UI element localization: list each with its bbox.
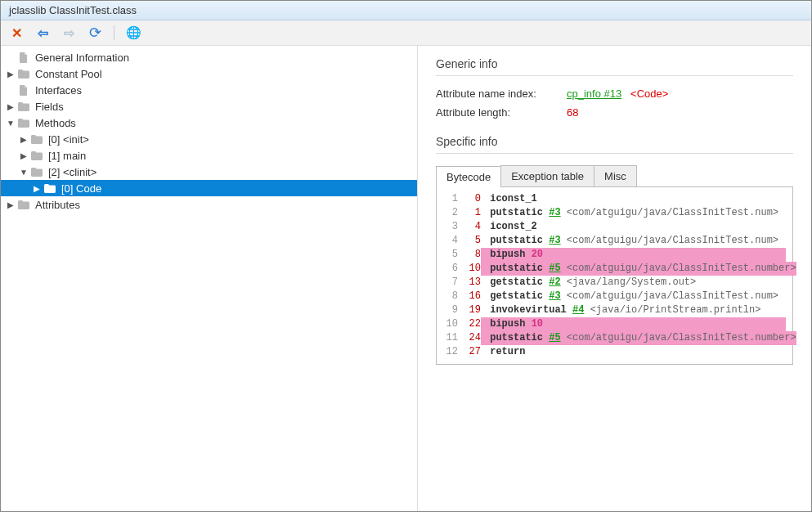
bytecode-offset: 5 [464,234,481,248]
bytecode-offset: 1 [464,206,481,220]
bytecode-offset: 16 [464,290,481,303]
tree-item[interactable]: ▶[1] main [1,147,417,164]
bytecode-row: 1124 putstatic #5 <com/atguigu/java/Clas… [440,331,786,345]
bytecode-offset: 19 [464,303,481,317]
file-icon [17,84,30,96]
bytecode-row: 1022 bipush 10 [440,317,786,331]
attr-length-row: Attribute length: 68 [436,106,793,119]
tree-item[interactable]: ▶Attributes [1,196,417,213]
attr-length-label: Attribute length: [436,106,567,119]
tree-item[interactable]: ▶[0] <init> [1,131,417,147]
divider [436,75,793,76]
tab-exception-table[interactable]: Exception table [500,165,594,186]
tree-item-label: Fields [35,101,64,113]
bytecode-offset: 27 [464,345,481,359]
bytecode-row: 816 getstatic #3 <com/atguigu/java/Class… [440,290,786,303]
attr-name-tag: <Code> [630,88,668,100]
bytecode-row: 21 putstatic #3 <com/atguigu/java/ClassI… [440,206,786,220]
bytecode-row: 58 bipush 20 [440,248,786,262]
tree-item-label: [1] main [48,150,86,162]
refresh-icon[interactable]: ⟳ [87,25,102,40]
specific-header: Specific info [436,135,793,148]
content-area: General Information▶Constant PoolInterfa… [1,46,811,511]
tree-item[interactable]: Interfaces [1,82,417,98]
expand-toggle-icon[interactable]: ▶ [17,135,30,144]
expand-toggle-icon[interactable]: ▶ [4,102,17,111]
tree-item[interactable]: General Information [1,49,417,65]
bytecode-instruction: putstatic #3 <com/atguigu/java/ClassInit… [481,234,786,248]
bytecode-instruction: putstatic #3 <com/atguigu/java/ClassInit… [481,206,786,220]
expand-toggle-icon[interactable]: ▶ [17,151,30,160]
tab-bytecode[interactable]: Bytecode [436,166,501,187]
tree-item[interactable]: ▶[0] Code [1,180,417,196]
cp-ref-link[interactable]: #3 [549,235,560,246]
cp-ref-link[interactable]: #2 [549,276,560,288]
bytecode-offset: 4 [464,220,481,234]
folder-icon [30,166,43,177]
bytecode-instruction: iconst_2 [481,220,786,234]
line-number: 3 [440,220,458,234]
line-number: 7 [440,276,458,290]
toolbar: ✕ ⇦ ⇨ ⟳ 🌐 [1,20,811,46]
folder-icon [17,68,30,79]
cp-ref-link[interactable]: #3 [549,290,560,302]
tree-item-label: General Information [35,52,129,64]
cp-ref-link[interactable]: #3 [549,207,560,218]
bytecode-row: 34 iconst_2 [440,220,786,234]
bytecode-instruction: bipush 10 [481,317,786,331]
expand-toggle-icon[interactable]: ▶ [4,70,17,79]
folder-icon [30,150,43,161]
bytecode-panel[interactable]: 10 iconst_121 putstatic #3 <com/atguigu/… [436,187,793,365]
bytecode-offset: 13 [464,276,481,290]
bytecode-row: 1227 return [440,345,786,359]
attr-name-index-row: Attribute name index: cp_info #13 <Code> [436,88,793,100]
attr-length-value: 68 [567,106,578,119]
expand-toggle-icon[interactable]: ▶ [30,184,43,193]
bytecode-instruction: iconst_1 [481,192,786,206]
folder-icon [17,101,30,112]
bytecode-instruction: getstatic #2 <java/lang/System.out> [481,276,786,290]
tree-item[interactable]: ▼Methods [1,115,417,131]
expand-toggle-icon[interactable]: ▼ [17,168,30,177]
line-number: 10 [440,317,458,331]
cp-ref-link[interactable]: #4 [572,304,584,316]
line-number: 1 [440,192,458,206]
tree-view[interactable]: General Information▶Constant PoolInterfa… [1,46,418,511]
bytecode-row: 610 putstatic #5 <com/atguigu/java/Class… [440,262,786,276]
line-number: 8 [440,290,458,303]
back-icon[interactable]: ⇦ [35,25,50,40]
tree-item-label: Interfaces [35,84,82,97]
folder-icon [17,117,30,128]
folder-icon [43,182,56,194]
bytecode-offset: 8 [464,248,481,262]
toolbar-separator [114,25,114,40]
folder-icon [30,133,43,145]
line-number: 11 [440,331,458,345]
line-number: 4 [440,234,458,248]
bytecode-instruction: invokevirtual #4 <java/io/PrintStream.pr… [481,303,786,317]
bytecode-instruction: getstatic #3 <com/atguigu/java/ClassInit… [481,290,786,303]
cp-ref-link[interactable]: #5 [549,263,560,274]
bytecode-row: 45 putstatic #3 <com/atguigu/java/ClassI… [440,234,786,248]
cp-ref-link[interactable]: #5 [549,332,560,344]
close-icon[interactable]: ✕ [9,25,24,40]
bytecode-offset: 22 [464,317,481,331]
details-panel: Generic info Attribute name index: cp_in… [418,46,811,511]
expand-toggle-icon[interactable]: ▼ [4,119,17,128]
tree-item[interactable]: ▶Constant Pool [1,65,417,82]
divider [436,153,793,154]
tree-item-label: [0] <init> [48,133,89,146]
expand-toggle-icon[interactable]: ▶ [4,200,17,209]
forward-icon[interactable]: ⇨ [61,25,76,40]
tree-item[interactable]: ▼[2] <clinit> [1,164,417,180]
globe-icon[interactable]: 🌐 [126,25,141,40]
folder-icon [17,199,30,210]
bytecode-instruction: bipush 20 [481,248,786,262]
line-number: 6 [440,262,458,276]
tree-item[interactable]: ▶Fields [1,98,417,115]
tab-misc[interactable]: Misc [594,165,637,186]
tree-item-label: [0] Code [61,182,101,195]
bytecode-instruction: putstatic #5 <com/atguigu/java/ClassInit… [481,262,796,276]
bytecode-offset: 0 [464,192,481,206]
cp-info-link[interactable]: cp_info #13 [567,88,621,100]
